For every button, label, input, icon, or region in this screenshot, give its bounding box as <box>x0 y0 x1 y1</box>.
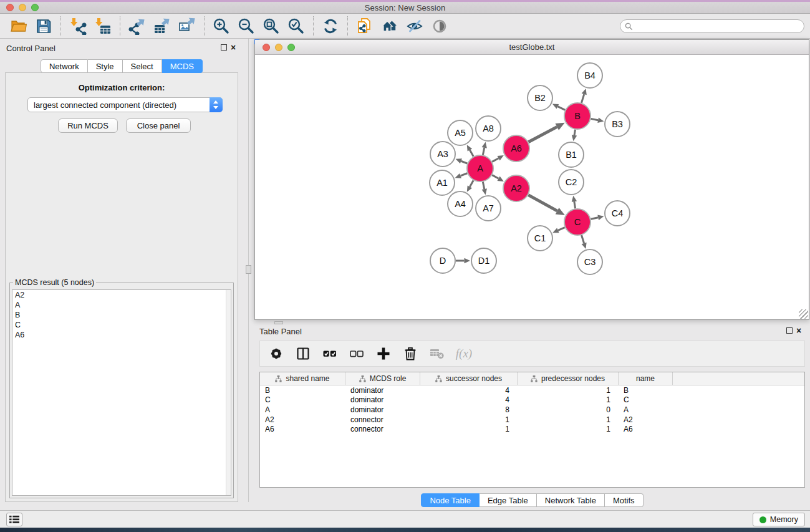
edge-C-C2[interactable] <box>574 201 576 208</box>
result-item[interactable]: A <box>12 300 231 310</box>
tab-edge-table[interactable]: Edge Table <box>480 493 537 507</box>
edge-A6-B[interactable] <box>528 127 557 142</box>
tab-motifs[interactable]: Motifs <box>605 493 644 507</box>
import-network-button[interactable] <box>65 16 90 37</box>
splitter-handle[interactable] <box>246 265 251 274</box>
edge-A-A8[interactable] <box>483 148 484 155</box>
edge-B-B1[interactable] <box>574 130 575 135</box>
edge-A-A7[interactable] <box>483 182 484 190</box>
import-table-button[interactable] <box>90 16 115 37</box>
zoom-fit-button[interactable] <box>259 16 284 37</box>
save-session-button[interactable] <box>31 16 56 37</box>
search-input[interactable] <box>635 21 804 32</box>
tab-network[interactable]: Network <box>41 59 88 73</box>
column-header-shared-name[interactable]: shared name <box>260 372 345 385</box>
toggle-graphics-details-button[interactable] <box>402 16 427 37</box>
tab-node-table[interactable]: Node Table <box>421 493 480 507</box>
tab-style[interactable]: Style <box>88 59 123 73</box>
edge-A-A3[interactable] <box>461 161 467 163</box>
clear-selection-icon <box>349 346 364 361</box>
table-settings-button[interactable] <box>268 346 284 362</box>
table-row[interactable]: Cdominator41C <box>260 395 804 405</box>
show-columns-button[interactable] <box>295 346 311 362</box>
float-panel-icon[interactable] <box>221 44 227 51</box>
column-header-predecessor-nodes[interactable]: predecessor nodes <box>518 372 619 385</box>
edge-B-B2[interactable] <box>557 107 565 110</box>
delete-columns-button[interactable] <box>402 346 418 362</box>
create-column-button[interactable] <box>375 346 392 362</box>
zoom-out-icon <box>238 17 255 35</box>
node-label-A7: A7 <box>483 203 494 213</box>
memory-button[interactable]: Memory <box>753 513 805 526</box>
table-row[interactable]: Adominator80A <box>260 405 804 415</box>
float-table-panel-icon[interactable] <box>786 327 793 334</box>
export-table-button[interactable] <box>150 16 175 37</box>
application-window: Session: New Session Control Panel × Net… <box>0 0 810 532</box>
node-label-A5: A5 <box>455 128 466 138</box>
column-header-successor-nodes[interactable]: successor nodes <box>420 372 518 385</box>
table-header-row: shared nameMCDS rolesuccessor nodesprede… <box>260 372 804 385</box>
arrowhead-icon <box>597 118 604 123</box>
tab-select[interactable]: Select <box>123 59 162 73</box>
node-label-C2: C2 <box>566 177 577 187</box>
tab-network-table[interactable]: Network Table <box>537 493 605 507</box>
close-table-panel-icon[interactable]: × <box>796 327 804 335</box>
control-panel-tabs: NetworkStyleSelectMCDS <box>0 59 243 73</box>
edge-A-A5[interactable] <box>470 150 473 156</box>
edge-B-B4[interactable] <box>581 94 584 103</box>
zoom-out-button[interactable] <box>234 16 259 37</box>
edge-C-C3[interactable] <box>582 235 584 243</box>
table-row[interactable]: A6connector11A6 <box>260 424 804 434</box>
export-image-button[interactable] <box>175 16 200 37</box>
network-canvas[interactable]: B4B2BB3A5A8A6A3B1AC2A1A2A4A7C4CC1DD1C3 <box>255 56 809 320</box>
run-mcds-button[interactable]: Run MCDS <box>58 118 118 133</box>
status-bar: Memory <box>0 510 810 528</box>
result-item[interactable]: B <box>12 310 231 320</box>
network-window-titlebar[interactable]: testGlobe.txt <box>255 40 809 55</box>
result-item[interactable]: A2 <box>12 290 231 300</box>
table-cell: dominator <box>345 395 420 404</box>
arrowhead-icon <box>582 89 587 95</box>
column-header-name[interactable]: name <box>619 372 673 385</box>
criterion-select[interactable]: largest connected component (directed) <box>27 97 223 112</box>
duplicate-network-icon <box>356 17 374 35</box>
result-item[interactable]: C <box>12 320 231 330</box>
edge-A-A1[interactable] <box>460 173 467 176</box>
table-row[interactable]: Bdominator41B <box>260 385 804 395</box>
table-row[interactable]: A2connector11A2 <box>260 415 804 425</box>
open-session-button[interactable] <box>6 16 31 37</box>
result-scrollbar[interactable] <box>226 290 231 495</box>
edge-C-C1[interactable] <box>558 228 565 231</box>
close-panel-icon[interactable]: × <box>231 44 238 52</box>
edge-C-C4[interactable] <box>591 218 598 220</box>
edge-A2-C[interactable] <box>528 195 557 211</box>
node-label-B1: B1 <box>566 150 577 160</box>
result-item[interactable]: A6 <box>12 330 231 340</box>
zoom-selected-button[interactable] <box>284 16 309 37</box>
zoom-in-button[interactable] <box>209 16 234 37</box>
optimization-criterion-label: Optimization criterion: <box>6 83 238 92</box>
close-panel-button[interactable]: Close panel <box>126 118 191 133</box>
clear-row-selection-button[interactable] <box>349 346 365 362</box>
column-header-MCDS-role[interactable]: MCDS role <box>345 372 420 385</box>
select-all-rows-button[interactable] <box>322 346 338 362</box>
network-title: testGlobe.txt <box>255 42 809 52</box>
task-history-button[interactable] <box>6 513 22 526</box>
toolbar-separator <box>120 16 120 36</box>
edge-B-B3[interactable] <box>591 118 599 120</box>
node-label-A8: A8 <box>483 123 494 133</box>
table-cell: 1 <box>518 415 619 424</box>
export-network-button[interactable] <box>125 16 150 37</box>
save-icon <box>35 17 52 35</box>
home-button[interactable] <box>377 16 402 37</box>
edge-A-A2[interactable] <box>492 175 498 179</box>
edge-A-A4[interactable] <box>470 180 473 186</box>
tab-mcds[interactable]: MCDS <box>162 59 203 73</box>
node-label-C3: C3 <box>584 257 596 267</box>
network-from-selection-button[interactable] <box>352 16 377 37</box>
resize-grip-icon[interactable] <box>799 309 808 319</box>
toggle-birds-eye-view-button[interactable] <box>427 16 452 37</box>
refresh-layout-button[interactable] <box>318 16 343 37</box>
panel-splitter[interactable] <box>243 39 254 502</box>
edge-A-A6[interactable] <box>492 158 498 162</box>
